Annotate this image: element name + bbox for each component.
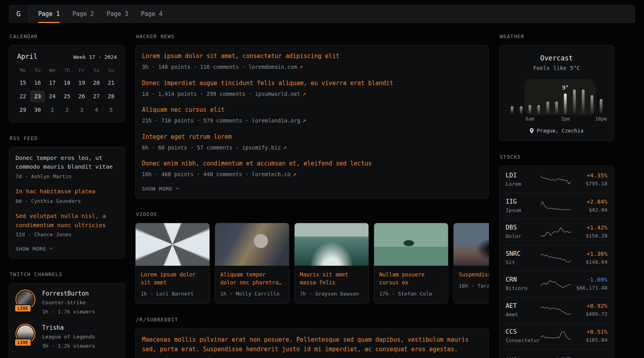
hackernews-section-title: HACKER NEWS (136, 33, 489, 39)
hackernews-item-title[interactable]: Donec enim nibh, condimentum et accumsan… (142, 159, 482, 168)
video-card[interactable]: Lorem ipsum dolor sit amet consectetu…1h… (135, 223, 210, 304)
hackernews-item: Donec imperdiet augue tincidunt felis al… (142, 79, 482, 98)
calendar-day: 1 (45, 104, 60, 116)
hackernews-item-title[interactable]: Donec imperdiet augue tincidunt felis al… (142, 79, 482, 88)
weather-bar (520, 106, 522, 114)
calendar-day: 22 (16, 90, 30, 102)
calendar-day: 21 (104, 77, 118, 89)
weekday-label: We (45, 65, 60, 75)
weekday-label: Th (60, 65, 74, 75)
video-thumbnail (215, 223, 289, 266)
calendar-day: 30 (30, 104, 45, 116)
calendar-header: April Week 17 · 2024 (16, 52, 118, 65)
stock-row[interactable]: CRNBitcorn-1.00%$66,171.48 (505, 271, 608, 297)
live-badge: LIVE (14, 304, 31, 312)
stock-row[interactable]: IIGIpsum+2.84%$42.04 (505, 193, 608, 219)
stock-change: +0.51% (571, 329, 607, 335)
rss-card: Donec tempor eros leo, ut commodo mauris… (9, 147, 125, 259)
twitch-channel-row[interactable]: LIVETrishaLeague of Legends3h · 1.2k vie… (16, 324, 118, 350)
stock-symbol: DBS (506, 224, 541, 231)
rss-item: Donec tempor eros leo, ut commodo mauris… (16, 154, 118, 180)
rss-item-title[interactable]: Sed volutpat nulla nisl, a condimentum n… (16, 212, 118, 230)
video-meta: 7h · Grayson Dawson (300, 290, 363, 298)
stock-name: Sit (506, 259, 541, 267)
stock-sparkline (541, 330, 571, 342)
stock-value-block: -1.00%$66,171.48 (571, 276, 607, 292)
hackernews-item: Aliquam nec cursus elit21h · 710 points … (142, 105, 482, 125)
tab-page-3[interactable]: Page 3 (107, 5, 128, 23)
rss-show-more-button[interactable]: SHOW MORE (16, 246, 118, 252)
rss-item-title[interactable]: Donec tempor eros leo, ut commodo mauris… (16, 154, 118, 171)
subreddit-card: Maecenas mollis pulvinar erat non posuer… (135, 328, 489, 358)
hackernews-item-meta: 21h · 710 points · 579 comments · loreml… (142, 117, 482, 125)
external-link-icon: ↗ (283, 145, 287, 151)
video-title[interactable]: Mauris sit amet massa felis (300, 270, 363, 287)
calendar-day: 16 (30, 77, 45, 89)
weather-bar-cell (597, 86, 605, 114)
stock-row[interactable]: SNRCSit+1.36%$148.64 (505, 245, 608, 271)
tab-page-2[interactable]: Page 2 (72, 5, 94, 23)
hackernews-show-more-button[interactable]: SHOW MORE (142, 186, 482, 192)
video-title[interactable]: Nullam posuere cursus ex (379, 270, 443, 287)
calendar-day: 3 (74, 104, 89, 116)
weather-bar (537, 105, 540, 114)
stock-sparkline (541, 354, 571, 358)
stock-row[interactable]: LDILorem+4.35%$795.18 (505, 167, 608, 193)
calendar-grid: MoTuWeThFrSaSu15161718192021222324252627… (16, 65, 118, 116)
video-card[interactable]: Suspendisse diam18h · Tara (453, 223, 489, 304)
calendar-section-title: CALENDAR (10, 33, 125, 39)
twitch-viewers-label: 3h · 1.2k viewers (42, 342, 95, 350)
stock-row[interactable]: AETAmet+0.92%$499.72 (505, 297, 608, 323)
video-card[interactable]: Nullam posuere cursus ex17h · Stefan Col… (374, 223, 448, 304)
weather-hourly-chart: 9° 6am2pm10pm (508, 78, 605, 122)
stock-value-block: +0.51%$165.84 (571, 329, 607, 344)
stock-name: Dolor (506, 232, 541, 240)
video-thumbnail (136, 223, 209, 266)
twitch-channel-name[interactable]: Trisha (42, 324, 95, 331)
video-title[interactable]: Aliquam tempor dolor nec pharetra… (220, 270, 284, 287)
calendar-card: April Week 17 · 2024 MoTuWeThFrSaSu15161… (9, 45, 125, 123)
calendar-day: 19 (74, 77, 89, 89)
app-logo[interactable]: G (9, 5, 29, 23)
video-meta: 1h · Lori Barnett (141, 290, 204, 298)
hackernews-item-title[interactable]: Lorem ipsum dolor sit amet, consectetur … (142, 52, 482, 61)
calendar-day: 25 (60, 90, 74, 102)
stock-symbol: AET (506, 302, 541, 309)
video-card[interactable]: Aliquam tempor dolor nec pharetra…1h · M… (215, 223, 289, 304)
weekday-label: Mo (16, 65, 30, 75)
weekday-label: Su (104, 65, 118, 75)
calendar-day-today: 23 (30, 90, 45, 102)
weather-bar (582, 90, 585, 114)
stock-price: $66,171.48 (571, 284, 607, 292)
subreddit-post-title[interactable]: Maecenas mollis pulvinar erat non posuer… (142, 335, 482, 355)
stock-symbol-block: LDILorem (506, 172, 541, 188)
calendar-day: 15 (16, 77, 30, 89)
hackernews-item-meta: 16h · 468 points · 440 comments · loremt… (142, 170, 482, 178)
video-card[interactable]: Mauris sit amet massa felis7h · Grayson … (294, 223, 369, 304)
hackernews-item: Donec enim nibh, condimentum et accumsan… (142, 159, 482, 179)
hackernews-item-title[interactable]: Integer eget rutrum lorem (142, 132, 482, 142)
rss-item-title[interactable]: In hac habitasse platea (16, 187, 118, 196)
weekday-label: Fr (74, 65, 89, 75)
stock-symbol: IIG (506, 198, 541, 205)
rss-section-title: RSS FEED (10, 135, 125, 141)
external-link-icon: ↗ (293, 172, 297, 177)
tab-page-4[interactable]: Page 4 (141, 5, 163, 23)
weather-time-label: 2pm (561, 116, 570, 122)
tab-page-1[interactable]: Page 1 (38, 5, 60, 23)
twitch-channel-name[interactable]: ForrestBurton (42, 290, 95, 297)
stock-change: +0.92% (571, 303, 607, 309)
stock-symbol: CCS (506, 328, 541, 335)
stock-row[interactable]: AHS+0.46% (505, 349, 608, 358)
hackernews-item-title[interactable]: Aliquam nec cursus elit (142, 105, 482, 115)
weekday-label: Tu (30, 65, 45, 75)
video-title[interactable]: Lorem ipsum dolor sit amet consectetu… (141, 270, 204, 287)
stock-row[interactable]: CCSConsectetur+0.51%$165.84 (505, 323, 608, 349)
twitch-channel-row[interactable]: LIVEForrestBurtonCounter-Strike1h · 1.7k… (16, 290, 118, 316)
video-title[interactable]: Suspendisse diam (459, 270, 489, 278)
stock-name: Amet (506, 311, 541, 319)
stock-row[interactable]: DBSDolor+1.42%$156.28 (505, 219, 608, 245)
twitch-widget: TWITCH CHANNELS LIVEForrestBurtonCounter… (9, 271, 125, 358)
rss-item: In hac habitasse platea8d · Cynthia Saun… (16, 187, 118, 205)
hackernews-item: Integer eget rutrum lorem6h · 60 points … (142, 132, 482, 152)
